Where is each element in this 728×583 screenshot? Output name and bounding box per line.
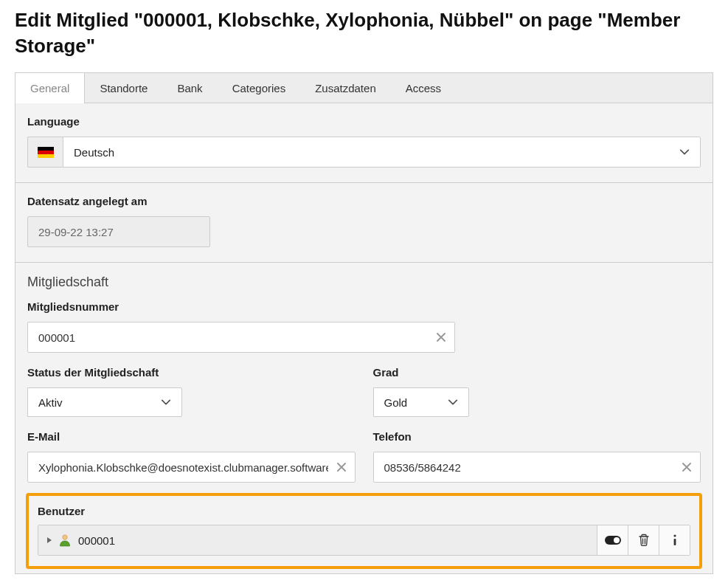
- tab-categories[interactable]: Categories: [218, 73, 301, 103]
- email-label: E-Mail: [27, 430, 356, 443]
- member-number-field-wrap: [27, 322, 455, 353]
- toggle-on-icon: [605, 536, 621, 545]
- tab-general[interactable]: General: [15, 72, 85, 103]
- section-membership: Mitgliedschaft Mitgliedsnummer Status de…: [15, 263, 713, 573]
- user-label: Benutzer: [38, 505, 690, 517]
- membership-heading: Mitgliedschaft: [27, 275, 701, 290]
- email-input[interactable]: [27, 452, 356, 483]
- svg-point-0: [63, 535, 67, 539]
- user-row-expand[interactable]: 000001: [47, 534, 115, 547]
- svg-point-1: [673, 535, 676, 537]
- user-highlight-box: Benutzer 000001: [26, 493, 702, 569]
- user-toggle-button[interactable]: [597, 525, 628, 555]
- language-select[interactable]: Deutsch: [63, 137, 701, 168]
- section-language: Language Deutsch: [15, 103, 713, 183]
- status-select-value: Aktiv: [38, 396, 63, 409]
- grade-label: Grad: [373, 366, 701, 379]
- tab-bar: General Standorte Bank Categories Zusatz…: [15, 73, 713, 103]
- created-at-label: Datensatz angelegt am: [27, 195, 701, 207]
- flag-de-icon: [38, 147, 54, 158]
- user-info-button[interactable]: [659, 525, 690, 555]
- clear-icon[interactable]: [436, 332, 446, 342]
- tab-standorte[interactable]: Standorte: [85, 73, 162, 103]
- status-label: Status der Mitgliedschaft: [27, 366, 356, 379]
- language-flag-button[interactable]: [27, 137, 63, 168]
- user-row: 000001: [38, 525, 690, 556]
- triangle-right-icon: [47, 537, 52, 543]
- member-number-input[interactable]: [27, 322, 455, 353]
- language-select-value: Deutsch: [74, 146, 114, 159]
- tab-bank[interactable]: Bank: [162, 73, 217, 103]
- person-icon: [59, 534, 71, 547]
- chevron-down-icon: [448, 397, 458, 407]
- tab-access[interactable]: Access: [391, 73, 456, 103]
- phone-label: Telefon: [373, 430, 701, 443]
- trash-icon: [638, 534, 650, 547]
- chevron-down-icon: [679, 147, 690, 157]
- section-created-at: Datensatz angelegt am 29-09-22 13:27: [15, 183, 713, 263]
- grade-select[interactable]: Gold: [373, 387, 469, 417]
- clear-icon[interactable]: [336, 462, 347, 472]
- tab-zusatzdaten[interactable]: Zusatzdaten: [300, 73, 391, 103]
- phone-input[interactable]: [373, 452, 701, 483]
- info-icon: [672, 534, 678, 547]
- clear-icon[interactable]: [682, 462, 692, 472]
- grade-select-value: Gold: [384, 396, 408, 409]
- member-number-label: Mitgliedsnummer: [27, 300, 701, 313]
- edit-panel: General Standorte Bank Categories Zusatz…: [15, 72, 713, 574]
- page-title: Edit Mitglied "000001, Klobschke, Xyloph…: [15, 7, 713, 59]
- user-delete-button[interactable]: [628, 525, 659, 555]
- status-select[interactable]: Aktiv: [27, 387, 182, 417]
- language-label: Language: [27, 115, 701, 128]
- chevron-down-icon: [161, 397, 171, 407]
- user-id-text: 000001: [78, 534, 115, 547]
- svg-rect-2: [673, 539, 676, 545]
- created-at-value: 29-09-22 13:27: [27, 216, 210, 247]
